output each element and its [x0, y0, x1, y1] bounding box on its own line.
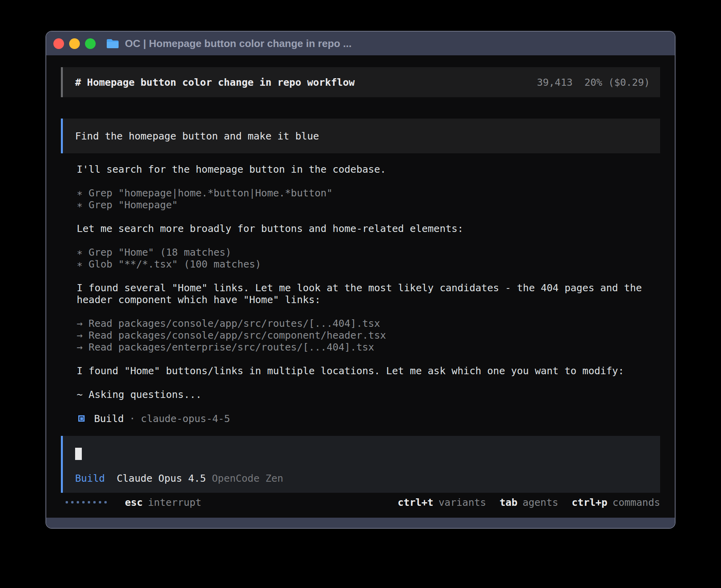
- blank-line: [77, 270, 660, 282]
- text-cursor: [75, 448, 82, 460]
- minimize-button[interactable]: [69, 38, 80, 49]
- interrupt-hint: esc interrupt: [125, 497, 202, 508]
- assistant-text-line: Let me search more broadly for buttons a…: [77, 223, 660, 235]
- spinner-dot: [93, 501, 96, 503]
- assistant-text-line: ~ Asking questions...: [77, 389, 660, 401]
- session-stats: 39,413 20% ($0.29): [537, 77, 650, 88]
- assistant-text-line: I'll search for the homepage button in t…: [77, 164, 660, 175]
- shortcut-key: ctrl+t: [398, 497, 433, 508]
- session-header: # Homepage button color change in repo w…: [61, 67, 660, 97]
- shortcut-key: tab: [500, 497, 517, 508]
- token-count: 39,413: [537, 77, 572, 88]
- blank-line: [77, 306, 660, 318]
- window-controls: [53, 38, 96, 49]
- window-title: OC | Homepage button color change in rep…: [125, 38, 352, 50]
- tool-call-line: → Read packages/console/app/src/componen…: [77, 330, 660, 341]
- agent-status-row: Build · claude-opus-4-5: [77, 413, 660, 424]
- prompt-input[interactable]: Build Claude Opus 4.5 OpenCode Zen: [61, 436, 660, 493]
- agent-name: Build: [94, 413, 124, 424]
- conversation-lines: I'll search for the homepage button in t…: [77, 164, 660, 413]
- maximize-button[interactable]: [85, 38, 96, 49]
- tool-call-line: ∗ Grep "Home" (18 matches): [77, 247, 660, 258]
- blank-line: [77, 353, 660, 365]
- user-message: Find the homepage button and make it blu…: [61, 119, 660, 153]
- spinner-dot: [82, 501, 85, 503]
- spinner-dot: [71, 501, 74, 503]
- shortcut-hint-variants: ctrl+tvariants: [398, 497, 486, 508]
- user-message-text: Find the homepage button and make it blu…: [75, 130, 319, 142]
- spinner-dot: [104, 501, 107, 503]
- shortcut-label: commands: [613, 497, 660, 508]
- assistant-text-line: header component which have "Home" links…: [77, 294, 660, 306]
- agent-build-icon: [78, 415, 85, 422]
- tool-call-line: ∗ Grep "homepage|home.*button|Home.*butt…: [77, 187, 660, 199]
- session-title: # Homepage button color change in repo w…: [75, 77, 355, 88]
- shortcut-hint-agents: tabagents: [500, 497, 558, 508]
- blank-line: [77, 401, 660, 413]
- interrupt-key: esc: [125, 497, 143, 508]
- terminal-window: OC | Homepage button color change in rep…: [45, 31, 676, 529]
- spinner-dot: [99, 501, 101, 503]
- title-bar[interactable]: OC | Homepage button color change in rep…: [46, 32, 675, 55]
- editor-agent-label[interactable]: Build: [75, 473, 105, 484]
- shortcut-hint-commands: ctrl+pcommands: [572, 497, 660, 508]
- spinner-dot: [66, 501, 68, 503]
- close-button[interactable]: [53, 38, 64, 49]
- blank-line: [77, 211, 660, 223]
- blank-line: [77, 377, 660, 389]
- blank-line: [77, 175, 660, 187]
- interrupt-label: interrupt: [148, 497, 201, 508]
- terminal-content: # Homepage button color change in repo w…: [46, 55, 675, 518]
- status-bar: esc interrupt ctrl+tvariantstabagentsctr…: [61, 496, 660, 508]
- tool-call-line: → Read packages/enterprise/src/routes/[.…: [77, 341, 660, 353]
- assistant-text-line: I found several "Home" links. Let me loo…: [77, 282, 660, 294]
- spinner-dot: [77, 501, 79, 503]
- working-spinner-dots: [66, 501, 107, 503]
- blank-line: [77, 235, 660, 247]
- tool-call-line: → Read packages/console/app/src/routes/[…: [77, 318, 660, 330]
- shortcut-key: ctrl+p: [572, 497, 607, 508]
- agent-separator: ·: [129, 413, 135, 424]
- shortcut-label: agents: [523, 497, 558, 508]
- session-cost: ($0.29): [608, 77, 650, 88]
- editor-provider-label: OpenCode Zen: [212, 473, 283, 484]
- tool-call-line: ∗ Glob "**/*.tsx" (100 matches): [77, 258, 660, 270]
- shortcut-label: variants: [438, 497, 486, 508]
- editor-model-label[interactable]: Claude Opus 4.5: [117, 473, 206, 484]
- spinner-dot: [88, 501, 90, 503]
- status-left: esc interrupt: [61, 497, 202, 508]
- tool-call-line: ∗ Grep "Homepage": [77, 199, 660, 211]
- context-percent: 20%: [584, 77, 602, 88]
- folder-icon: [106, 38, 119, 49]
- editor-meta: Build Claude Opus 4.5 OpenCode Zen: [75, 473, 648, 484]
- window-bottom-strip: [46, 518, 675, 528]
- shortcut-hints: ctrl+tvariantstabagentsctrl+pcommands: [398, 497, 660, 508]
- assistant-text-line: I found "Home" buttons/links in multiple…: [77, 365, 660, 377]
- agent-model: claude-opus-4-5: [141, 413, 230, 424]
